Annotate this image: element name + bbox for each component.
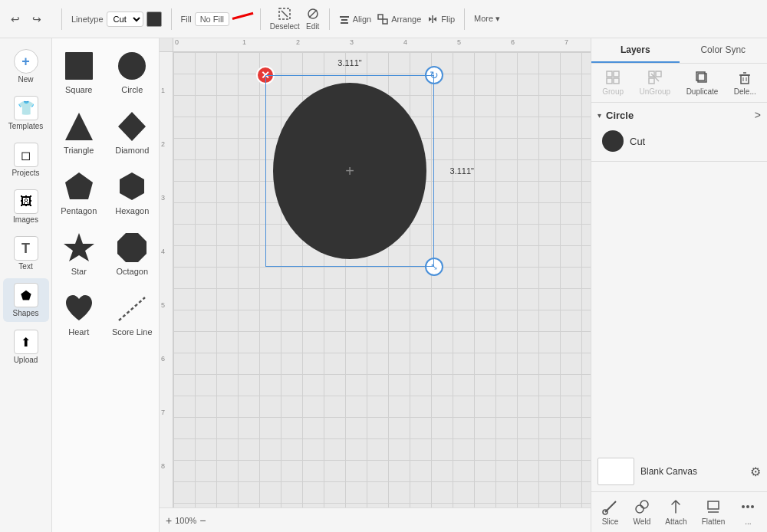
sidebar-item-projects[interactable]: ◻ Projects <box>3 138 49 182</box>
ruler-left-1: 1 <box>161 87 165 94</box>
weld-button[interactable]: Weld <box>634 498 651 526</box>
sidebar-item-new[interactable]: + New <box>3 44 49 88</box>
dimension-height-label: 3.111" <box>450 166 474 176</box>
ungroup-button[interactable]: UnGroup <box>640 70 671 96</box>
arrange-button[interactable]: Arrange <box>377 14 421 25</box>
svg-rect-24 <box>649 78 654 84</box>
octagon-label: Octagon <box>116 267 148 276</box>
svg-rect-7 <box>378 15 383 19</box>
zoom-control: + 100% − <box>166 514 206 527</box>
square-icon <box>62 49 96 83</box>
svg-marker-14 <box>120 172 144 200</box>
layer-item-cut[interactable]: Cut <box>597 127 761 155</box>
shape-score-line[interactable]: Score Line <box>109 287 156 341</box>
left-sidebar: + New 👕 Templates ◻ Projects 🖼 Images T … <box>0 38 52 532</box>
svg-rect-36 <box>708 501 719 509</box>
flip-button[interactable]: Flip <box>427 14 455 25</box>
right-panel: Layers Color Sync Group <box>591 38 767 532</box>
templates-icon: 👕 <box>14 96 38 120</box>
shape-circle[interactable]: Circle <box>109 44 156 99</box>
tab-layers[interactable]: Layers <box>591 38 680 63</box>
crosshair-icon: + <box>345 163 354 180</box>
blank-canvas-thumbnail <box>597 458 634 485</box>
shape-pentagon[interactable]: Pentagon <box>55 166 103 220</box>
linetype-group: Linetype Cut <box>71 11 162 27</box>
ruler-top-numbers: 0 1 2 3 4 5 6 7 8 9 <box>173 38 591 52</box>
rotate-handle[interactable]: ↻ <box>425 66 443 84</box>
blank-canvas-settings-icon[interactable]: ⚙ <box>750 465 761 479</box>
undo-button[interactable]: ↩ <box>6 10 25 28</box>
edit-icon <box>306 7 320 21</box>
shape-triangle[interactable]: Triangle <box>55 105 103 159</box>
ungroup-icon <box>647 70 663 85</box>
svg-point-34 <box>636 505 644 513</box>
ruler-5: 5 <box>457 38 461 46</box>
images-icon: 🖼 <box>14 189 38 214</box>
fill-value[interactable]: No Fill <box>195 12 229 26</box>
flatten-button[interactable]: Flatten <box>702 498 726 526</box>
deselect-group: Deselect <box>270 7 300 31</box>
more-panel-button[interactable]: ... <box>739 498 756 526</box>
projects-icon: ◻ <box>14 143 38 167</box>
circle-on-canvas[interactable]: + <box>273 83 426 259</box>
align-button[interactable]: Align <box>339 14 371 25</box>
svg-rect-19 <box>614 71 619 77</box>
tab-color-sync[interactable]: Color Sync <box>680 38 768 63</box>
canvas-grid[interactable]: ✕ ↻ ⤡ 3.111" 3.111" + <box>173 52 591 507</box>
fill-red-line[interactable] <box>232 14 251 25</box>
circle-icon <box>115 49 149 83</box>
deselect-button[interactable]: Deselect <box>270 7 300 31</box>
text-icon: T <box>14 236 38 261</box>
linetype-select[interactable]: Cut <box>107 11 143 27</box>
ruler-left-4: 4 <box>161 248 165 255</box>
delete-handle[interactable]: ✕ <box>256 66 275 84</box>
sidebar-item-images[interactable]: 🖼 Images <box>3 185 49 228</box>
bottom-panel-actions: Slice Weld Attach Flatten <box>591 492 767 532</box>
zoom-in-button[interactable]: + <box>166 514 172 527</box>
sidebar-item-new-label: New <box>18 75 33 84</box>
shape-diamond[interactable]: Diamond <box>109 105 156 159</box>
linetype-color-box[interactable] <box>146 11 162 27</box>
score-line-icon <box>115 291 149 325</box>
sidebar-item-upload[interactable]: ⬆ Upload <box>3 325 49 369</box>
group-button[interactable]: Group <box>602 70 624 96</box>
linetype-label: Linetype <box>71 15 104 24</box>
edit-button[interactable]: Edit <box>306 7 320 31</box>
shape-square[interactable]: Square <box>55 44 103 99</box>
duplicate-button[interactable]: Duplicate <box>686 70 719 96</box>
blank-canvas-section: Blank Canvas ⚙ <box>591 452 767 492</box>
zoom-out-button[interactable]: − <box>199 514 206 527</box>
resize-handle[interactable]: ⤡ <box>425 258 443 276</box>
ruler-corner <box>160 38 173 52</box>
ruler-left: 1 2 3 4 5 6 7 8 <box>160 52 173 507</box>
upload-icon: ⬆ <box>14 330 38 354</box>
shapes-panel: Square Circle Triangle <box>52 38 160 532</box>
redo-button[interactable]: ↪ <box>28 10 46 28</box>
svg-line-1 <box>281 11 288 17</box>
ruler-7: 7 <box>565 38 568 46</box>
layer-color-dot <box>602 130 624 152</box>
sidebar-item-shapes[interactable]: ⬟ Shapes <box>3 278 49 322</box>
shape-heart[interactable]: Heart <box>55 287 103 341</box>
diamond-icon <box>115 110 149 143</box>
svg-point-39 <box>746 505 749 508</box>
more-button[interactable]: More ▾ <box>474 14 500 24</box>
flatten-icon <box>705 498 722 515</box>
layer-chevron[interactable]: ▾ <box>597 111 601 120</box>
shape-star[interactable]: Star <box>55 226 103 281</box>
sidebar-item-text[interactable]: T Text <box>3 232 49 275</box>
shape-octagon[interactable]: Octagon <box>109 226 156 281</box>
canvas-shape-container[interactable]: ✕ ↻ ⤡ 3.111" 3.111" + <box>265 75 434 267</box>
ruler-0: 0 <box>175 38 179 46</box>
shapes-grid: Square Circle Triangle <box>55 44 156 341</box>
group-icon <box>605 70 621 85</box>
new-icon: + <box>14 49 38 74</box>
svg-rect-5 <box>341 19 347 21</box>
attach-button[interactable]: Attach <box>665 498 686 526</box>
delete-button[interactable]: Dele... <box>734 70 756 96</box>
right-panel-spacer <box>591 162 767 452</box>
slice-button[interactable]: Slice <box>602 498 619 526</box>
layer-expand[interactable]: > <box>755 109 761 121</box>
shape-hexagon[interactable]: Hexagon <box>109 166 156 220</box>
sidebar-item-templates[interactable]: 👕 Templates <box>3 91 49 135</box>
